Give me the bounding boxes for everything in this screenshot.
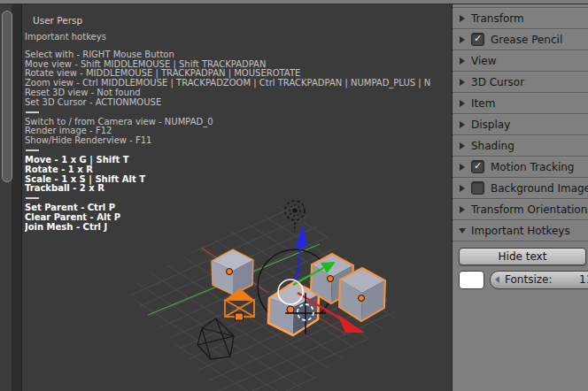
panel-header-shading[interactable]: Shading	[453, 134, 588, 156]
panel-header-transform[interactable]: Transform	[453, 7, 588, 28]
chevron-right-icon	[460, 142, 465, 150]
panel-label: Item	[471, 97, 495, 110]
panel-label: Background Images	[491, 182, 588, 195]
header-edge	[0, 0, 588, 4]
panel-label: View	[471, 55, 496, 67]
hotkey-line: Trackball - 2 x R	[25, 184, 452, 194]
separator-dash	[26, 111, 39, 113]
3d-viewport[interactable]: User Persp Important hotkeysSelect with …	[22, 4, 452, 391]
properties-sidebar: Transform✓Grease PencilView3D CursorItem…	[452, 4, 588, 391]
panel-label: Grease Pencil	[491, 34, 562, 46]
chevron-right-icon	[460, 206, 465, 213]
fontsize-value: 11	[579, 273, 588, 286]
chevron-right-icon	[460, 185, 465, 192]
chevron-right-icon	[460, 15, 465, 22]
panel-header-display[interactable]: Display	[453, 113, 588, 134]
separator-dash	[26, 150, 39, 151]
hotkey-line: Show/Hide Renderview - F11	[25, 136, 452, 146]
panel-label: Transform Orientations	[471, 203, 588, 216]
panel-label: Motion Tracking	[491, 161, 574, 173]
panel-header-background-images[interactable]: Background Images	[453, 177, 588, 198]
hotkey-line: Join Mesh - Ctrl J	[25, 223, 452, 233]
hotkeys-overlay: Important hotkeysSelect with - RIGHT Mou…	[25, 33, 452, 233]
checkbox[interactable]: ✓	[471, 160, 484, 173]
chevron-right-icon	[460, 79, 465, 86]
hotkey-line: Important hotkeys	[25, 33, 452, 42]
panel-header-item[interactable]: Item	[453, 92, 588, 113]
panel-label: Shading	[471, 140, 514, 152]
origin-dot	[359, 295, 365, 302]
panel-header-grease-pencil[interactable]: ✓Grease Pencil	[453, 28, 588, 50]
chevron-right-icon	[460, 164, 465, 171]
panel-label: Display	[471, 119, 510, 131]
checkbox[interactable]	[471, 181, 484, 195]
slider-left-arrow-icon[interactable]	[495, 276, 499, 283]
text-color-swatch[interactable]	[459, 271, 484, 289]
hotkey-line: Rotate - 1 x R	[25, 165, 452, 175]
origin-dot	[236, 313, 244, 320]
checkbox[interactable]: ✓	[471, 33, 484, 46]
origin-dot	[328, 276, 334, 282]
panel-header-motion-tracking[interactable]: ✓Motion Tracking	[453, 156, 588, 177]
chevron-right-icon	[460, 121, 465, 128]
chevron-right-icon	[460, 58, 465, 65]
toolshelf-strip	[0, 4, 22, 391]
fontsize-slider[interactable]: Fontsize: 11	[490, 271, 588, 289]
fontsize-label: Fontsize:	[505, 273, 552, 286]
panel-header-transform-orientations[interactable]: Transform Orientations	[453, 198, 588, 219]
view-name-label: User Persp	[33, 15, 82, 26]
panel-label: Transform	[471, 12, 524, 25]
hide-text-button[interactable]: Hide text	[459, 248, 586, 265]
fontsize-row: Fontsize: 11	[459, 271, 588, 288]
toolshelf-scrollbar[interactable]	[2, 11, 12, 182]
panel-header-view[interactable]: View	[453, 50, 588, 71]
hotkey-line: Set 3D Cursor - ACTIONMOUSE	[25, 98, 452, 108]
origin-dot	[287, 306, 294, 313]
panel-list: Transform✓Grease PencilView3D CursorItem…	[453, 4, 588, 242]
panel-header-important-hotkeys[interactable]: Important Hotkeys	[453, 219, 588, 242]
chevron-down-icon	[459, 228, 466, 234]
origin-dot	[227, 269, 233, 275]
blender-window: User Persp Important hotkeysSelect with …	[0, 0, 588, 391]
separator-dash	[26, 197, 39, 199]
chevron-right-icon	[460, 36, 465, 43]
panel-label: 3D Cursor	[471, 76, 524, 88]
panel-label: Important Hotkeys	[471, 225, 570, 237]
hotkey-line: Select with - RIGHT Mouse Button	[25, 50, 452, 60]
chevron-right-icon	[460, 100, 465, 107]
panel-header-3d-cursor[interactable]: 3D Cursor	[453, 71, 588, 92]
